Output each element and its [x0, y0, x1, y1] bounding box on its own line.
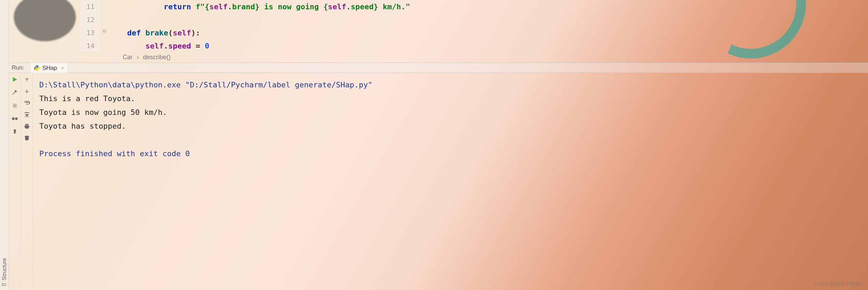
breadcrumb-item[interactable]: describe()	[143, 54, 171, 61]
wrench-icon[interactable]	[12, 89, 18, 96]
code-line	[109, 13, 868, 26]
console-line: This is a red Toyota.	[39, 92, 862, 105]
layout-icon[interactable]	[12, 116, 18, 122]
play-icon[interactable]	[12, 76, 18, 83]
svg-rect-2	[13, 104, 17, 107]
structure-icon: ⠿	[1, 282, 8, 287]
code-line: def brake(self):	[109, 26, 868, 39]
code-line: return f"{self.brand} is now going {self…	[109, 0, 868, 13]
breadcrumb-item[interactable]: Car	[123, 54, 133, 61]
line-number[interactable]: 11	[80, 0, 101, 13]
console-blank	[39, 133, 862, 147]
console-exit: Process finished with exit code 0	[39, 147, 862, 160]
breadcrumb[interactable]: Car › describe()	[109, 52, 868, 63]
run-tab[interactable]: SHap ×	[30, 63, 68, 73]
arrow-down-icon[interactable]	[24, 88, 30, 94]
fold-column: ⊖	[101, 0, 109, 52]
run-toolbar-secondary	[21, 73, 33, 290]
close-icon[interactable]: ×	[61, 65, 64, 71]
line-number[interactable]: 14	[80, 39, 101, 52]
run-label: Run:	[12, 64, 24, 71]
print-icon[interactable]	[24, 123, 30, 129]
run-toolbar-primary	[9, 73, 21, 290]
pin-icon[interactable]	[12, 129, 18, 135]
scroll-to-end-icon[interactable]	[24, 111, 30, 118]
console-line: Toyota is now going 50 km/h.	[39, 105, 862, 119]
line-number[interactable]: 12	[80, 13, 101, 26]
run-panel-body: D:\Stall\Python\data\python.exe "D:/Stal…	[9, 73, 868, 290]
breadcrumb-separator: ›	[137, 54, 139, 61]
ide-left-sidebar: ⠿ Structure	[0, 0, 9, 290]
console-output[interactable]: D:\Stall\Python\data\python.exe "D:/Stal…	[33, 73, 868, 290]
fold-marker-icon[interactable]: ⊖	[102, 28, 106, 34]
stop-icon[interactable]	[12, 103, 18, 109]
code-line: self.speed = 0	[109, 39, 868, 52]
arrow-up-icon[interactable]	[24, 76, 30, 83]
gutter: 11 12 13 14	[80, 0, 101, 52]
soft-wrap-icon[interactable]	[24, 100, 30, 106]
line-number[interactable]: 13	[80, 26, 101, 39]
structure-tool-tab[interactable]: ⠿ Structure	[1, 258, 8, 287]
run-tab-label: SHap	[42, 65, 57, 72]
watermark: CSDN @林采学编程+	[814, 281, 864, 287]
console-line: Toyota has stopped.	[39, 119, 862, 133]
trash-icon[interactable]	[24, 135, 30, 141]
console-command: D:\Stall\Python\data\python.exe "D:/Stal…	[39, 78, 862, 92]
svg-rect-4	[15, 118, 18, 120]
code-editor[interactable]: return f"{self.brand} is now going {self…	[109, 0, 868, 52]
structure-label: Structure	[1, 258, 8, 280]
python-icon	[34, 65, 40, 71]
run-panel-header: Run: SHap ×	[9, 63, 868, 73]
svg-point-1	[37, 70, 38, 71]
editor-area: 11 12 13 14 ⊖ return f"{self.brand} is n…	[9, 0, 868, 63]
svg-rect-3	[12, 118, 14, 120]
svg-point-0	[36, 66, 37, 66]
